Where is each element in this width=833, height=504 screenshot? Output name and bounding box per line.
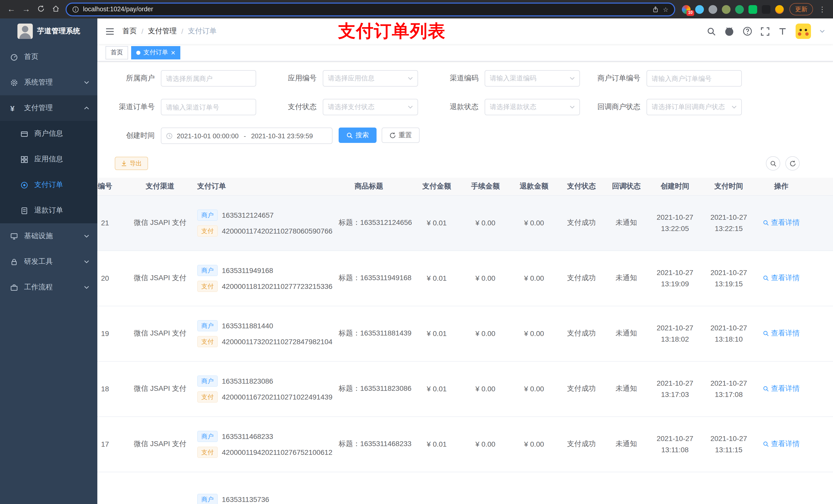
url-text[interactable]: localhost:1024/pay/order: [83, 6, 648, 13]
sidebar-item-payment[interactable]: ¥ 支付管理: [0, 95, 97, 121]
channel-order-no-input[interactable]: [166, 103, 251, 111]
chevron-down-icon: [732, 105, 737, 109]
cell-fee: ¥ 0.00: [461, 416, 510, 472]
sidebar-logo[interactable]: 芋道管理系统: [0, 19, 97, 44]
home-icon[interactable]: [51, 5, 61, 14]
app-no-select[interactable]: 请选择应用信息: [323, 70, 418, 87]
callback-status-select[interactable]: 请选择订单回调商户状态: [646, 99, 742, 115]
dashboard-icon: [10, 53, 18, 61]
channel-code-select[interactable]: 请输入渠道编码: [485, 70, 580, 87]
table-row[interactable]: 商户163531135736: [97, 472, 833, 504]
sidebar-item-workflow[interactable]: 工作流程: [0, 274, 97, 300]
cell-id: 21: [97, 195, 128, 250]
col-notify: 回调状态: [604, 178, 648, 195]
sidebar-item-devtools[interactable]: 研发工具: [0, 249, 97, 274]
col-channel: 支付渠道: [128, 178, 192, 195]
sidebar-item-label: 工作流程: [24, 283, 53, 292]
sidebar-item-system[interactable]: 系统管理: [0, 70, 97, 95]
table-row[interactable]: 19 微信 JSAPI 支付 商户1635311881440 支付4200001…: [97, 306, 833, 361]
user-avatar[interactable]: [795, 24, 811, 39]
view-detail-link[interactable]: 查看详情: [763, 329, 800, 338]
bookmark-star-icon[interactable]: ☆: [663, 5, 669, 13]
cell-id: [97, 472, 128, 504]
view-detail-link[interactable]: 查看详情: [763, 439, 800, 449]
extensions-pin-icon[interactable]: [762, 5, 770, 14]
cell-actions: [756, 472, 807, 504]
extension-colorful-icon[interactable]: 10: [682, 5, 691, 14]
share-icon[interactable]: [652, 6, 659, 13]
sidebar-item-infra[interactable]: 基础设施: [0, 223, 97, 249]
forward-icon[interactable]: →: [21, 5, 31, 13]
merchant-order-no-input[interactable]: [652, 74, 737, 82]
sidebar-item-merchant-info[interactable]: 商户信息: [0, 121, 97, 146]
search-icon[interactable]: [707, 27, 716, 35]
github-icon[interactable]: [724, 26, 734, 36]
clock-icon: [166, 133, 173, 139]
active-tab-dot: [136, 50, 140, 54]
cell-create-time: 2021-10-2713:17:03: [648, 361, 702, 416]
fontsize-icon[interactable]: [778, 27, 787, 35]
sidebar-toggle-icon[interactable]: [105, 27, 114, 35]
sidebar-item-home[interactable]: 首页: [0, 44, 97, 70]
pay-tag: 支付: [197, 281, 218, 292]
extension-olive-icon[interactable]: [722, 5, 731, 14]
cell-status: 支付成功: [558, 250, 604, 306]
tab-home[interactable]: 首页: [105, 46, 128, 59]
table-row[interactable]: 17 微信 JSAPI 支付 商户1635311468233 支付4200001…: [97, 416, 833, 472]
table-row[interactable]: 20 微信 JSAPI 支付 商户1635311949168 支付4200001…: [97, 250, 833, 306]
app-title: 芋道管理系统: [37, 27, 80, 36]
fullscreen-icon[interactable]: [761, 27, 769, 35]
extension-green-check-icon[interactable]: [735, 5, 744, 14]
breadcrumb-payment[interactable]: 支付管理: [148, 27, 177, 36]
refresh-icon[interactable]: [785, 156, 800, 171]
chevron-down-icon: [570, 105, 575, 109]
export-button[interactable]: 导出: [115, 157, 148, 170]
back-icon[interactable]: ←: [6, 5, 16, 13]
merchant-order-no-input-wrap[interactable]: [646, 70, 742, 87]
table-row[interactable]: 18 微信 JSAPI 支付 商户1635311823086 支付4200001…: [97, 361, 833, 416]
question-icon[interactable]: [743, 27, 752, 36]
cell-id: 17: [97, 416, 128, 472]
cell-create-time: 2021-10-2713:22:05: [648, 195, 702, 250]
view-detail-link[interactable]: 查看详情: [763, 273, 800, 283]
channel-order-no-input-wrap[interactable]: [161, 99, 256, 115]
extension-gray-icon[interactable]: [709, 5, 717, 14]
app-no-filter-label: 应用编号: [266, 74, 323, 83]
address-bar[interactable]: localhost:1024/pay/order ☆: [66, 2, 675, 16]
date-range-end[interactable]: 2021-10-31 23:59:59: [251, 132, 313, 140]
sidebar-item-pay-order[interactable]: 支付订单: [0, 172, 97, 198]
table-row[interactable]: 21 微信 JSAPI 支付 商户1635312124657 支付4200001…: [97, 195, 833, 250]
refund-status-select[interactable]: 请选择退款状态: [485, 99, 580, 115]
extension-drop-icon[interactable]: [695, 5, 704, 14]
breadcrumb-home[interactable]: 首页: [122, 27, 137, 36]
col-actions: 操作: [756, 178, 807, 195]
search-button[interactable]: 搜索: [339, 127, 377, 143]
chrome-update-button[interactable]: 更新: [789, 3, 813, 15]
merchant-filter-input[interactable]: [161, 70, 256, 87]
site-info-icon[interactable]: [72, 6, 79, 13]
chevron-down-icon: [84, 235, 89, 238]
view-detail-link[interactable]: 查看详情: [763, 384, 800, 393]
sidebar-item-app-info[interactable]: 应用信息: [0, 146, 97, 172]
merchant-input[interactable]: [166, 74, 251, 82]
cell-pay-order: 商户1635312124657 支付4200001174202110278060…: [192, 195, 325, 250]
avatar-caret-icon[interactable]: [820, 30, 825, 33]
cell-channel: 微信 JSAPI 支付: [128, 306, 192, 361]
extension-green-square-icon[interactable]: [748, 5, 757, 14]
view-detail-link[interactable]: 查看详情: [763, 218, 800, 227]
chevron-down-icon: [408, 105, 413, 109]
merchant-order-no: 1635311949168: [222, 266, 273, 274]
pay-status-select[interactable]: 请选择支付状态: [323, 99, 418, 115]
tab-pay-order[interactable]: 支付订单: [131, 46, 180, 59]
browser-menu-icon[interactable]: ⋮: [818, 5, 827, 13]
cell-actions: 查看详情: [756, 306, 807, 361]
date-range-start[interactable]: 2021-10-01 00:00:00: [177, 132, 238, 140]
toggle-search-icon[interactable]: [766, 156, 780, 171]
sidebar-item-refund-order[interactable]: 退款订单: [0, 198, 97, 223]
reload-icon[interactable]: [36, 5, 46, 14]
close-icon[interactable]: [171, 50, 175, 54]
cell-refund: ¥ 0.00: [510, 195, 558, 250]
profile-avatar-icon[interactable]: [775, 5, 784, 14]
reset-button[interactable]: 重置: [382, 127, 420, 143]
create-time-range-picker[interactable]: 2021-10-01 00:00:00 - 2021-10-31 23:59:5…: [161, 127, 332, 144]
